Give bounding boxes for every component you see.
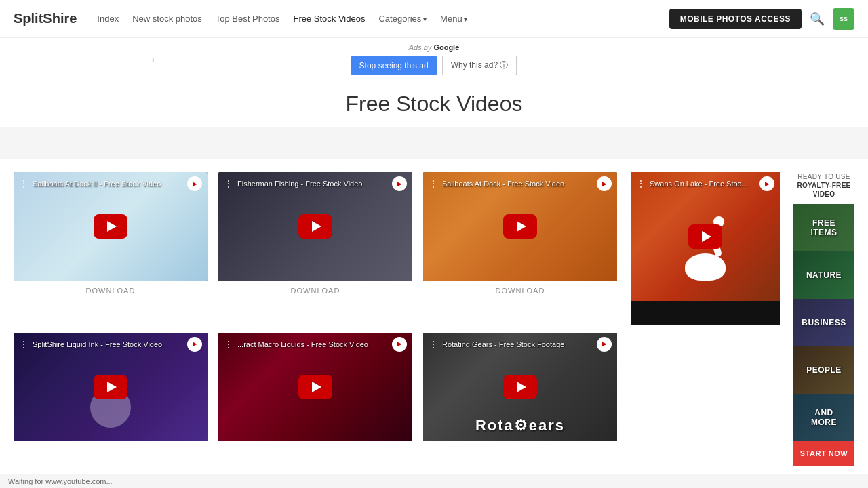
avatar-initials: SS [840, 16, 848, 22]
main-layout: ⋮ Sailboats At Dock II - Free Stock Vide… [0, 172, 868, 466]
video-thumbnail-3[interactable]: ⋮ Sailboats At Dock - Free Stock Video ▶ [423, 172, 617, 281]
play-button-6[interactable] [503, 375, 537, 399]
video-menu-dots-5[interactable]: ⋮ [224, 339, 233, 350]
download-link-1[interactable]: DOWNLOAD [14, 287, 208, 295]
play-button-2[interactable] [298, 214, 332, 239]
loading-text: Waiting for www.youtube.com... [8, 477, 113, 485]
rota-overlay-text: Rota⚙ears [475, 417, 565, 434]
video-menu-dots-6[interactable]: ⋮ [429, 339, 438, 350]
nav-index[interactable]: Index [97, 14, 119, 24]
ad-banner: ← Ads by Google Stop seeing this ad Why … [142, 43, 726, 75]
col4-thumbnail[interactable]: ⋮ Swans On Lake - Free Stoc... ▶ [631, 172, 780, 301]
video-title-1: Sailboats At Dock II - Free Stock Video [33, 180, 183, 188]
sidebar-item-people[interactable]: PEOPLE [793, 346, 854, 394]
logo[interactable]: SplitShire [14, 11, 77, 26]
sidebar-more-label: ANDMORE [811, 408, 837, 427]
play-button-1[interactable] [94, 214, 127, 239]
stop-ad-button[interactable]: Stop seeing this ad [351, 56, 437, 75]
youtube-logo-2: ▶ [392, 176, 407, 191]
youtube-logo-1: ▶ [187, 176, 202, 191]
loading-bar: Waiting for www.youtube.com... [0, 474, 868, 488]
back-arrow[interactable]: ← [149, 52, 161, 66]
video-menu-dots-1[interactable]: ⋮ [19, 178, 28, 189]
video-overlay-top-6: ⋮ Rotating Gears - Free Stock Footage ▶ [423, 333, 617, 356]
ad-label: Ads by Google [142, 43, 726, 52]
video-title-3: Sailboats At Dock - Free Stock Video [442, 180, 593, 188]
video-menu-dots-4[interactable]: ⋮ [19, 339, 28, 350]
video-card-6: ⋮ Rotating Gears - Free Stock Footage ▶ … [423, 333, 617, 466]
video-card-1: ⋮ Sailboats At Dock II - Free Stock Vide… [14, 172, 208, 319]
why-ad-button[interactable]: Why this ad? ⓘ [442, 56, 517, 75]
sidebar-nature-label: NATURE [806, 270, 842, 280]
search-button[interactable]: 🔍 [810, 12, 825, 26]
video-title-2: Fisherman Fishing - Free Stock Video [237, 180, 388, 188]
youtube-logo-5: ▶ [392, 337, 407, 352]
video-title-6: Rotating Gears - Free Stock Footage [442, 340, 593, 348]
sidebar-item-business[interactable]: BUSINESS [793, 299, 854, 346]
page-title: Free Stock Videos [0, 92, 868, 117]
youtube-logo-6: ▶ [597, 337, 612, 352]
sidebar-item-more[interactable]: ANDMORE [793, 394, 854, 441]
nav-categories[interactable]: Categories [378, 14, 427, 24]
play-button-4[interactable] [94, 375, 127, 399]
video-thumbnail-2[interactable]: ⋮ Fisherman Fishing - Free Stock Video ▶ [218, 172, 412, 281]
video-thumbnail-6[interactable]: ⋮ Rotating Gears - Free Stock Footage ▶ … [423, 333, 617, 442]
col4-overlay-top: ⋮ Swans On Lake - Free Stoc... ▶ [631, 172, 780, 195]
video-card-3: ⋮ Sailboats At Dock - Free Stock Video ▶… [423, 172, 617, 319]
download-link-3[interactable]: DOWNLOAD [423, 287, 617, 295]
video-overlay-top-5: ⋮ ...ract Macro Liquids - Free Stock Vid… [218, 333, 412, 356]
play-button-3[interactable] [503, 214, 537, 239]
video-title-5: ...ract Macro Liquids - Free Stock Video [237, 340, 388, 348]
video-thumbnail-4[interactable]: ⋮ SplitShire Liquid Ink - Free Stock Vid… [14, 333, 208, 442]
header: SplitShire Index New stock photos Top Be… [0, 0, 868, 38]
sidebar-header-line2: ROYALTY-FREE [797, 182, 850, 189]
video-grid: ⋮ Sailboats At Dock II - Free Stock Vide… [14, 172, 617, 466]
sidebar-people-label: PEOPLE [806, 365, 842, 375]
sidebar-header-line3: VIDEO [813, 190, 835, 198]
avatar[interactable]: SS [833, 8, 854, 30]
filter-bar [0, 127, 868, 159]
video-overlay-top-1: ⋮ Sailboats At Dock II - Free Stock Vide… [14, 172, 208, 195]
nav-top-best[interactable]: Top Best Photos [216, 14, 280, 24]
sidebar-header-line1: READY TO USE [797, 173, 850, 180]
youtube-logo-4: ▶ [187, 337, 202, 352]
nav-free-videos[interactable]: Free Stock Videos [293, 14, 365, 24]
video-overlay-top-2: ⋮ Fisherman Fishing - Free Stock Video ▶ [218, 172, 412, 195]
col4-title: Swans On Lake - Free Stoc... [650, 180, 755, 188]
youtube-logo-3: ▶ [597, 176, 612, 191]
video-thumbnail-5[interactable]: ⋮ ...ract Macro Liquids - Free Stock Vid… [218, 333, 412, 442]
video-overlay-top-3: ⋮ Sailboats At Dock - Free Stock Video ▶ [423, 172, 617, 195]
video-overlay-top-4: ⋮ SplitShire Liquid Ink - Free Stock Vid… [14, 333, 208, 356]
play-button-5[interactable] [298, 375, 332, 399]
sidebar-item-nature[interactable]: NATURE [793, 251, 854, 299]
video-card-2: ⋮ Fisherman Fishing - Free Stock Video ▶… [218, 172, 412, 319]
col4-bottom-bar [631, 301, 780, 325]
video-card-5: ⋮ ...ract Macro Liquids - Free Stock Vid… [218, 333, 412, 466]
sidebar-item-free[interactable]: FREEITEMS [793, 204, 854, 251]
sidebar-business-label: BUSINESS [802, 318, 846, 327]
video-menu-dots-2[interactable]: ⋮ [224, 178, 233, 189]
nav-menu[interactable]: Menu [440, 14, 467, 24]
video-card-4: ⋮ SplitShire Liquid Ink - Free Stock Vid… [14, 333, 208, 466]
col4-video-card: ⋮ Swans On Lake - Free Stoc... ▶ [631, 172, 780, 325]
nav-new-stock[interactable]: New stock photos [132, 14, 202, 24]
sidebar-header: READY TO USE ROYALTY-FREE VIDEO [793, 172, 854, 199]
download-link-2[interactable]: DOWNLOAD [218, 287, 412, 295]
col4-area: ⋮ Swans On Lake - Free Stoc... ▶ [631, 172, 780, 466]
ad-controls: Stop seeing this ad Why this ad? ⓘ [142, 56, 726, 75]
start-now-button[interactable]: START NOW [793, 441, 854, 466]
sidebar: READY TO USE ROYALTY-FREE VIDEO FREEITEM… [793, 172, 854, 466]
sidebar-free-label: FREEITEMS [810, 218, 837, 237]
col4-menu-dots[interactable]: ⋮ [636, 178, 646, 189]
video-thumbnail-1[interactable]: ⋮ Sailboats At Dock II - Free Stock Vide… [14, 172, 208, 281]
col4-yt-logo: ▶ [760, 176, 774, 191]
navigation: Index New stock photos Top Best Photos F… [97, 14, 669, 24]
video-menu-dots-3[interactable]: ⋮ [429, 178, 438, 189]
col4-play-button[interactable] [688, 224, 722, 249]
mobile-photos-btn[interactable]: MOBILE PHOTOS ACCESS [669, 9, 802, 29]
video-title-4: SplitShire Liquid Ink - Free Stock Video [33, 340, 183, 348]
